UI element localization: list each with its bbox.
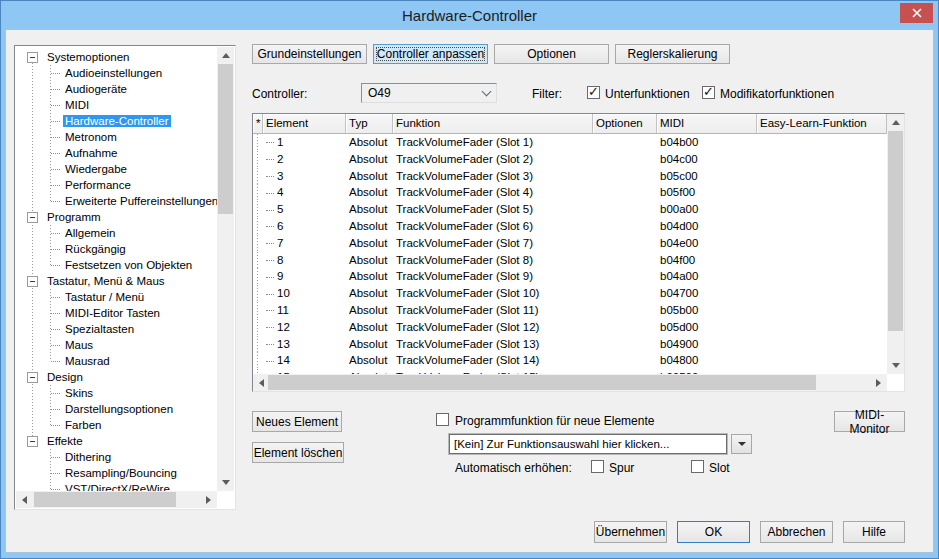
table-row[interactable]: 1AbsolutTrackVolumeFader (Slot 1)b04b00 — [253, 134, 887, 151]
collapse-icon[interactable] — [27, 372, 38, 383]
ok-button[interactable]: OK — [677, 521, 750, 543]
table-row[interactable]: 5AbsolutTrackVolumeFader (Slot 5)b00a00 — [253, 201, 887, 218]
delete-element-button[interactable]: Element löschen — [252, 442, 344, 463]
column-header-optionen[interactable]: Optionen — [593, 114, 657, 134]
tree-item-vst-directx-rewire[interactable]: VST/DirectX/ReWire — [16, 481, 217, 491]
column-header-funktion[interactable]: Funktion — [393, 114, 593, 134]
program-function-checkbox[interactable] — [436, 413, 449, 426]
collapse-icon[interactable] — [27, 52, 38, 63]
tree-item-spezialtasten[interactable]: Spezialtasten — [16, 321, 217, 337]
tree-item-midi[interactable]: MIDI — [16, 97, 217, 113]
tree-item-farben[interactable]: Farben — [16, 417, 217, 433]
tree-item-maus[interactable]: Maus — [16, 337, 217, 353]
collapse-icon[interactable] — [27, 436, 38, 447]
tree-horizontal-scrollbar[interactable] — [16, 491, 217, 508]
tree-scrollbar-thumb[interactable] — [218, 64, 233, 214]
slot-checkbox[interactable] — [691, 460, 704, 473]
cell-easy-learn — [757, 252, 887, 269]
table-row[interactable]: 8AbsolutTrackVolumeFader (Slot 8)b04f00 — [253, 252, 887, 269]
table-row[interactable]: 12AbsolutTrackVolumeFader (Slot 12)b05d0… — [253, 319, 887, 336]
table-vertical-scrollbar[interactable] — [887, 114, 904, 374]
row-tree-guide — [253, 268, 263, 285]
tree-item-audioeinstellungen[interactable]: Audioeinstellungen — [16, 65, 217, 81]
tree-group: DesignSkinsDarstellungsoptionenFarben — [16, 369, 217, 433]
scroll-up-button[interactable] — [217, 47, 234, 64]
spur-label: Spur — [609, 461, 634, 475]
table-row[interactable]: 7AbsolutTrackVolumeFader (Slot 7)b04e00 — [253, 235, 887, 252]
tree-item-festsetzen-von-objekten[interactable]: Festsetzen von Objekten — [16, 257, 217, 273]
table-row[interactable]: 11AbsolutTrackVolumeFader (Slot 11)b05b0… — [253, 302, 887, 319]
column-header-typ[interactable]: Typ — [346, 114, 393, 134]
tree-item-systemoptionen[interactable]: Systemoptionen — [16, 49, 217, 65]
table-row[interactable]: 2AbsolutTrackVolumeFader (Slot 2)b04c00 — [253, 151, 887, 168]
tree-item-tastatur-menü-maus[interactable]: Tastatur, Menü & Maus — [16, 273, 217, 289]
tree-item-darstellungsoptionen[interactable]: Darstellungsoptionen — [16, 401, 217, 417]
table-row[interactable]: 14AbsolutTrackVolumeFader (Slot 14)b0480… — [253, 352, 887, 369]
table-scrollbar-thumb[interactable] — [888, 131, 903, 331]
tree-item-hardware-controller[interactable]: Hardware-Controller — [16, 113, 217, 129]
scroll-left-button[interactable] — [16, 491, 33, 508]
cancel-button[interactable]: Abbrechen — [760, 521, 833, 543]
table-hscrollbar-thumb[interactable] — [268, 375, 816, 390]
help-button[interactable]: Hilfe — [843, 521, 905, 543]
column-header-element[interactable]: Element — [263, 114, 346, 134]
dialog-window: Hardware-Controller SystemoptionenAudioe… — [0, 0, 939, 559]
tree-item-rückgängig[interactable]: Rückgängig — [16, 241, 217, 257]
function-select[interactable]: [Kein] Zur Funktionsauswahl hier klicken… — [449, 434, 727, 454]
tab-optionen[interactable]: Optionen — [494, 44, 609, 64]
table-row[interactable]: 6AbsolutTrackVolumeFader (Slot 6)b04d00 — [253, 218, 887, 235]
apply-button[interactable]: Übernehmen — [594, 521, 667, 543]
function-select-arrow-button[interactable] — [731, 434, 752, 454]
tree-item-allgemein[interactable]: Allgemein — [16, 225, 217, 241]
tree-item-design[interactable]: Design — [16, 369, 217, 385]
table-row[interactable]: 3AbsolutTrackVolumeFader (Slot 3)b05c00 — [253, 168, 887, 185]
modifikatorfunktionen-checkbox[interactable] — [702, 86, 715, 99]
tab-grundeinstellungen[interactable]: Grundeinstellungen — [252, 44, 367, 64]
tree-item-erweiterte-puffereinstellungen[interactable]: Erweiterte Puffereinstellungen — [16, 193, 217, 209]
titlebar[interactable]: Hardware-Controller — [1, 1, 938, 30]
scroll-right-button[interactable] — [200, 491, 217, 508]
column-header-midi[interactable]: MIDI — [657, 114, 757, 134]
column-header-easy-learn-funktion[interactable]: Easy-Learn-Funktion — [757, 114, 887, 134]
scroll-down-button[interactable] — [887, 357, 904, 374]
tree-item-wiedergabe[interactable]: Wiedergabe — [16, 161, 217, 177]
tree-stub-icon — [266, 361, 274, 362]
close-button[interactable] — [900, 3, 933, 23]
table-row[interactable]: 9AbsolutTrackVolumeFader (Slot 9)b04a00 — [253, 268, 887, 285]
unterfunktionen-checkbox[interactable] — [587, 86, 600, 99]
collapse-icon[interactable] — [27, 212, 38, 223]
tree-item-programm[interactable]: Programm — [16, 209, 217, 225]
scroll-right-button[interactable] — [870, 374, 887, 391]
tree-item-audiogeräte[interactable]: Audiogeräte — [16, 81, 217, 97]
tree-item-effekte[interactable]: Effekte — [16, 433, 217, 449]
cell-element: 12 — [263, 319, 346, 336]
new-element-button[interactable]: Neues Element — [252, 411, 342, 432]
table-horizontal-scrollbar[interactable] — [253, 374, 887, 391]
scroll-up-button[interactable] — [887, 114, 904, 131]
table-row[interactable]: 4AbsolutTrackVolumeFader (Slot 4)b05f00 — [253, 184, 887, 201]
tree-item-resampling-bouncing[interactable]: Resampling/Bouncing — [16, 465, 217, 481]
tab-controller-anpassen[interactable]: Controller anpassen — [373, 44, 488, 64]
scroll-down-button[interactable] — [217, 474, 234, 491]
tree-item-midi-editor-tasten[interactable]: MIDI-Editor Tasten — [16, 305, 217, 321]
tree-item-dithering[interactable]: Dithering — [16, 449, 217, 465]
tree-item-performance[interactable]: Performance — [16, 177, 217, 193]
cell-midi: b04b00 — [657, 134, 757, 151]
tree-hscrollbar-thumb[interactable] — [34, 492, 176, 507]
tree-item-metronom[interactable]: Metronom — [16, 129, 217, 145]
tab-reglerskalierung[interactable]: Reglerskalierung — [615, 44, 730, 64]
tree-item-skins[interactable]: Skins — [16, 385, 217, 401]
table-row[interactable]: 10AbsolutTrackVolumeFader (Slot 10)b0470… — [253, 285, 887, 302]
unterfunktionen-label: Unterfunktionen — [605, 87, 690, 101]
collapse-icon[interactable] — [27, 276, 38, 287]
tree-item-mausrad[interactable]: Mausrad — [16, 353, 217, 369]
tree-item-tastatur-menü[interactable]: Tastatur / Menü — [16, 289, 217, 305]
table-row[interactable]: 13AbsolutTrackVolumeFader (Slot 13)b0490… — [253, 336, 887, 353]
spur-checkbox[interactable] — [591, 460, 604, 473]
midi-monitor-button[interactable]: MIDI-Monitor — [834, 411, 905, 432]
column-header-star[interactable]: * — [253, 114, 263, 134]
controller-select[interactable]: O49 — [361, 83, 497, 103]
tree-vertical-scrollbar[interactable] — [217, 47, 234, 491]
tree-item-aufnahme[interactable]: Aufnahme — [16, 145, 217, 161]
tree-stub-icon — [266, 310, 274, 311]
